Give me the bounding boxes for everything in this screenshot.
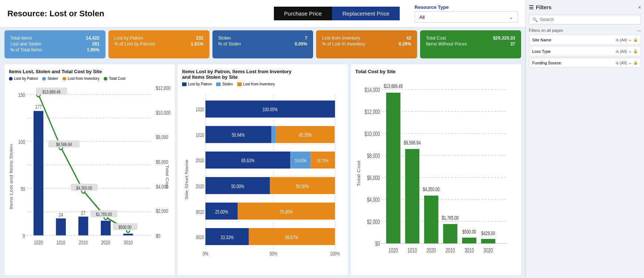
svg-text:$6,000: $6,000 bbox=[367, 175, 380, 181]
resource-type-value: All bbox=[419, 14, 425, 20]
filter-row[interactable]: Funding Source is (All) ⌄ 🔒 bbox=[529, 58, 641, 68]
filter-row[interactable]: Loss Type is (All) ⌄ 🔒 bbox=[529, 46, 641, 56]
chart2-title: Items Lost by Patron, Items Lost from In… bbox=[182, 69, 343, 80]
filters-label: Filters on all pages — bbox=[529, 28, 641, 33]
lock-icon: 🔒 bbox=[633, 61, 638, 65]
kpi-card-total-cost: Total Cost$29,320.33Items Without Prices… bbox=[420, 30, 521, 58]
chart2-legend: Lost by Patron Stolen Lost from Inventor… bbox=[182, 82, 343, 86]
lock-icon: 🔒 bbox=[633, 38, 638, 42]
resource-type-dropdown[interactable]: All ⌄ bbox=[415, 11, 518, 23]
svg-text:Total Cost: Total Cost bbox=[356, 160, 361, 186]
svg-text:$13,689.49: $13,689.49 bbox=[384, 84, 403, 89]
svg-text:2010: 2010 bbox=[446, 247, 455, 254]
svg-text:$10,000: $10,000 bbox=[156, 110, 170, 116]
svg-text:1010: 1010 bbox=[196, 132, 204, 138]
svg-text:100.00%: 100.00% bbox=[262, 106, 278, 113]
svg-text:66.67%: 66.67% bbox=[285, 234, 298, 240]
kpi-card-total-items: Total Items14,422Lost and Stolen281% of … bbox=[4, 30, 105, 58]
svg-text:50%: 50% bbox=[269, 250, 277, 257]
svg-rect-66 bbox=[271, 126, 276, 143]
svg-text:$2,000: $2,000 bbox=[367, 219, 380, 225]
svg-text:Site Short Name: Site Short Name bbox=[184, 159, 189, 199]
svg-text:24: 24 bbox=[58, 212, 63, 218]
chevron-down-icon: ⌄ bbox=[509, 14, 513, 20]
sidebar-close-button[interactable]: × bbox=[638, 4, 641, 10]
svg-text:177: 177 bbox=[35, 104, 42, 110]
svg-rect-106 bbox=[405, 149, 419, 244]
svg-text:$13,689.49: $13,689.49 bbox=[43, 89, 60, 94]
svg-text:$8,586.84: $8,586.84 bbox=[404, 140, 421, 146]
svg-text:$8,586.84: $8,586.84 bbox=[56, 142, 72, 147]
svg-text:$2,000: $2,000 bbox=[156, 208, 168, 214]
svg-text:45.28%: 45.28% bbox=[299, 132, 312, 138]
kpi-row: Total Items14,422Lost and Stolen281% of … bbox=[0, 27, 526, 61]
charts-area: Items Lost, Stolen and Total Cost by Sit… bbox=[0, 61, 526, 278]
svg-text:Total Cost: Total Cost bbox=[165, 165, 169, 189]
chevron-down-icon: ⌄ bbox=[628, 37, 632, 42]
svg-text:150: 150 bbox=[18, 92, 25, 98]
svg-text:3010: 3010 bbox=[196, 208, 204, 215]
chart2-area: 1020 1010 2010 2020 3010 3020 Site Short… bbox=[182, 88, 343, 271]
svg-text:$429.00: $429.00 bbox=[482, 230, 495, 236]
kpi-card-lost-from-inventory: Lost from Inventory42% of Lost In Invent… bbox=[316, 30, 417, 58]
svg-text:3020: 3020 bbox=[196, 234, 204, 240]
search-input[interactable] bbox=[540, 17, 638, 22]
svg-text:$10,000: $10,000 bbox=[365, 131, 380, 137]
svg-rect-112 bbox=[462, 238, 476, 244]
svg-text:33.33%: 33.33% bbox=[221, 234, 234, 240]
svg-text:$500.00: $500.00 bbox=[118, 225, 131, 230]
svg-text:2020: 2020 bbox=[196, 183, 204, 189]
svg-text:$12,000: $12,000 bbox=[156, 85, 170, 91]
svg-text:25.00%: 25.00% bbox=[215, 208, 228, 215]
chevron-down-icon: ⌄ bbox=[628, 60, 632, 65]
svg-text:1020: 1020 bbox=[389, 247, 398, 254]
svg-text:2020: 2020 bbox=[101, 240, 110, 245]
svg-text:1020: 1020 bbox=[196, 106, 204, 113]
svg-text:$1,765.00: $1,765.00 bbox=[442, 215, 459, 221]
svg-text:65.63%: 65.63% bbox=[241, 157, 254, 164]
svg-text:$500.00: $500.00 bbox=[462, 229, 476, 235]
svg-rect-28 bbox=[123, 234, 133, 235]
svg-text:$8,000: $8,000 bbox=[367, 153, 380, 159]
svg-text:50.00%: 50.00% bbox=[296, 183, 309, 189]
replacement-price-button[interactable]: Replacement Price bbox=[332, 7, 400, 20]
filter-row[interactable]: Site Name is (All) ⌄ 🔒 bbox=[529, 35, 641, 45]
svg-rect-24 bbox=[78, 217, 88, 235]
chart1-area: 0 50 100 150 Items Lost and Items Stolen… bbox=[9, 83, 170, 271]
filter-icon: ☰ bbox=[529, 4, 534, 10]
svg-text:1010: 1010 bbox=[407, 247, 417, 254]
svg-text:50.00%: 50.00% bbox=[231, 183, 244, 189]
search-icon: 🔍 bbox=[532, 17, 538, 22]
svg-text:50.94%: 50.94% bbox=[232, 132, 245, 138]
svg-text:$0: $0 bbox=[375, 241, 380, 247]
svg-text:Items Lost and Items Stolen: Items Lost and Items Stolen bbox=[9, 144, 13, 210]
svg-rect-22 bbox=[56, 218, 66, 235]
collapse-icon: — bbox=[637, 28, 641, 33]
svg-text:$0: $0 bbox=[156, 233, 160, 239]
svg-text:$14,000: $14,000 bbox=[365, 87, 380, 93]
svg-text:$4,000: $4,000 bbox=[367, 197, 380, 203]
filter-list: Site Name is (All) ⌄ 🔒 Loss Type is (All… bbox=[529, 35, 641, 69]
svg-text:$4,350.00: $4,350.00 bbox=[423, 186, 440, 192]
price-button-group: Purchase Price Replacement Price bbox=[274, 7, 400, 20]
svg-rect-114 bbox=[481, 239, 495, 243]
svg-text:0%: 0% bbox=[203, 250, 208, 257]
svg-text:$6,000: $6,000 bbox=[156, 159, 168, 165]
search-box[interactable]: 🔍 bbox=[529, 15, 641, 24]
kpi-card-lost-by-patron: Lost by Patron232% of Lost by Patrons1.6… bbox=[108, 30, 209, 58]
svg-text:18.75%: 18.75% bbox=[317, 158, 328, 163]
svg-text:1010: 1010 bbox=[56, 240, 65, 245]
svg-rect-20 bbox=[34, 111, 44, 235]
chart1-title: Items Lost, Stolen and Total Cost by Sit… bbox=[9, 69, 170, 74]
svg-rect-110 bbox=[443, 224, 457, 244]
svg-text:$8,000: $8,000 bbox=[156, 135, 168, 140]
sidebar-header: ☰ Filters × bbox=[529, 3, 641, 12]
chart-panel-2: Items Lost by Patron, Items Lost from In… bbox=[178, 64, 348, 275]
svg-rect-108 bbox=[424, 196, 438, 244]
kpi-card-stolen: Stolen7% of Stolen0.05% bbox=[212, 30, 313, 58]
svg-text:2010: 2010 bbox=[79, 240, 88, 245]
purchase-price-button[interactable]: Purchase Price bbox=[274, 7, 332, 20]
chart3-title: Total Cost by Site bbox=[355, 69, 517, 74]
svg-text:$4,350.00: $4,350.00 bbox=[76, 186, 92, 190]
svg-text:75.00%: 75.00% bbox=[280, 208, 293, 215]
